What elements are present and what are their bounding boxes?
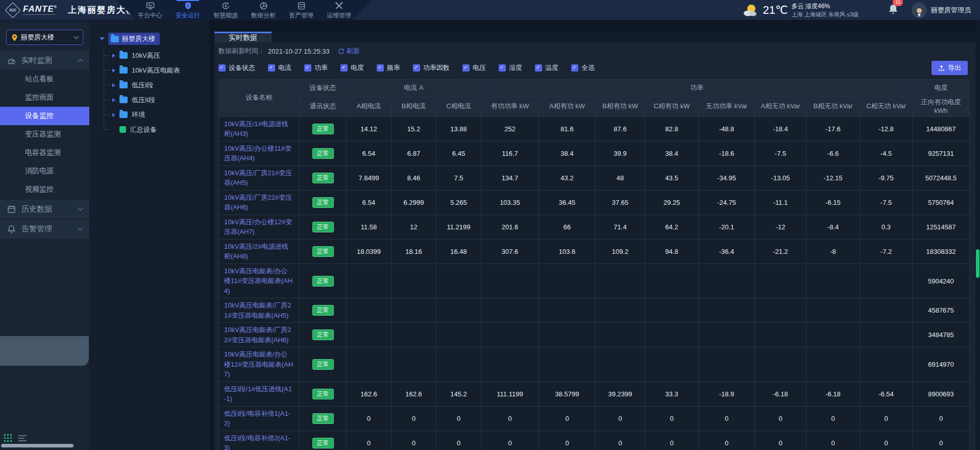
checkbox-checked-icon[interactable]: [304, 64, 311, 72]
export-button[interactable]: 导出: [932, 61, 968, 75]
device-link[interactable]: 10kV高压/厂房21#变压器(AH5): [224, 169, 292, 187]
checkbox-checked-icon[interactable]: [218, 64, 226, 72]
value-cell: -18.6: [699, 141, 755, 165]
export-icon: [938, 65, 945, 72]
sidebar-item-设备监控[interactable]: 设备监控: [0, 107, 89, 125]
value-cell: [755, 347, 806, 382]
tree-node-root[interactable]: 丽婴房大楼: [100, 33, 209, 45]
nav-item-安全运行[interactable]: 安全运行: [171, 0, 205, 20]
folder-icon: [119, 111, 128, 118]
value-cell: -48.8: [699, 116, 755, 141]
checkbox-checked-icon[interactable]: [413, 64, 420, 72]
vertical-scrollbar-thumb[interactable]: [976, 249, 979, 278]
filter-label: 功率: [314, 63, 328, 73]
caret-collapsed-icon[interactable]: [112, 98, 115, 102]
sidebar-section-实时监测[interactable]: 实时监测: [0, 51, 89, 70]
sidebar-item-变压器监测[interactable]: 变压器监测: [0, 125, 89, 144]
device-link[interactable]: 10kV高压电能表/厂房21#变压器电能表(AH5): [224, 301, 291, 319]
sidebar-item-监控画面[interactable]: 监控画面: [0, 88, 89, 107]
sidebar-item-站点看板[interactable]: 站点看板: [0, 70, 89, 88]
notifications-button[interactable]: 11: [888, 4, 898, 17]
filter-设备状态[interactable]: 设备状态: [218, 63, 255, 73]
status-cell: 正常: [300, 298, 347, 323]
nav-item-label: 资产管理: [289, 11, 313, 20]
nav-item-数据分析[interactable]: 数据分析: [247, 0, 280, 20]
list-toggle-icon[interactable]: [18, 435, 27, 441]
caret-expanded-icon[interactable]: [100, 37, 105, 40]
nav-item-资产管理[interactable]: 资产管理: [284, 0, 318, 20]
tab-realtime-data[interactable]: 实时数据: [214, 32, 272, 42]
value-cell: 43.2: [539, 165, 596, 190]
checkbox-checked-icon[interactable]: [462, 64, 470, 72]
caret-collapsed-icon[interactable]: [112, 54, 115, 58]
value-cell: [539, 347, 596, 382]
weather-condition: 多云: [792, 3, 804, 10]
filter-湿度[interactable]: 湿度: [499, 63, 522, 73]
group-header: 电流 A: [347, 80, 481, 97]
horizontal-scrollbar-thumb[interactable]: [1, 444, 74, 447]
tree-node-汇总设备[interactable]: 汇总设备: [102, 122, 209, 137]
refresh-button[interactable]: 刷新: [338, 46, 360, 56]
checkbox-checked-icon[interactable]: [535, 64, 542, 72]
table-row: 10kV高压电能表/厂房22#变压器电能表(AH6)正常3484785: [219, 323, 970, 347]
device-link[interactable]: 10kV高压电能表/厂房22#变压器电能表(AH6): [224, 326, 291, 344]
filter-温度[interactable]: 温度: [535, 63, 558, 73]
nav-item-智慧能源[interactable]: 智慧能源: [209, 0, 242, 20]
device-link[interactable]: 10kV高压/办公楼11#变压器(AH4): [224, 145, 291, 162]
tree-node-低压I段[interactable]: 低压I段: [102, 78, 209, 92]
device-link[interactable]: 10kV高压电能表/办公楼12#变压器电能表(AH7): [224, 350, 293, 378]
user-menu[interactable]: 丽婴房管理员: [912, 3, 971, 18]
checkbox-checked-icon[interactable]: [377, 64, 384, 72]
sidebar-item-消防电源[interactable]: 消防电源: [0, 162, 89, 180]
filter-功率因数[interactable]: 功率因数: [413, 63, 450, 73]
filter-电压[interactable]: 电压: [462, 63, 486, 73]
filter-电流[interactable]: 电流: [268, 63, 291, 73]
value-cell: [596, 298, 645, 323]
filter-全选[interactable]: 全选: [571, 63, 595, 73]
status-badge: 正常: [312, 124, 334, 134]
tree-node-10kV高压[interactable]: 10kV高压: [102, 48, 209, 63]
tree-node-10kV高压电能表[interactable]: 10kV高压电能表: [102, 63, 209, 78]
station-selector[interactable]: 丽婴房大楼: [6, 30, 83, 45]
device-link[interactable]: 10kV高压电能表/办公楼11#变压器电能表(AH4): [224, 267, 292, 295]
nav-item-平台中心[interactable]: 平台中心: [133, 0, 167, 20]
checkbox-checked-icon[interactable]: [499, 64, 506, 72]
tree-node-低压II段[interactable]: 低压II段: [102, 92, 209, 107]
sidebar-item-电容器监测[interactable]: 电容器监测: [0, 144, 89, 162]
tree-node-环境[interactable]: 环境: [102, 107, 209, 122]
value-cell: [806, 264, 860, 298]
filter-频率[interactable]: 频率: [377, 63, 400, 73]
device-link[interactable]: 10kV高压/1#电源进线柜(AH3): [224, 120, 288, 138]
value-cell: -6.18: [806, 382, 860, 406]
tree-root-label: 丽婴房大楼: [122, 34, 155, 43]
energy-icon: [222, 2, 230, 10]
value-cell: [347, 347, 391, 382]
device-link[interactable]: 低压I段/电容补偿2(A1-3): [224, 434, 290, 450]
value-cell: -6.15: [806, 190, 860, 215]
value-cell: 94.8: [645, 239, 699, 264]
filter-label: 湿度: [509, 63, 522, 73]
filter-功率[interactable]: 功率: [304, 63, 328, 73]
device-link[interactable]: 10kV高压/厂房22#变压器(AH6): [224, 194, 292, 211]
value-cell: 134.7: [481, 165, 539, 190]
device-link[interactable]: 低压I段/1#低压进线(A1-1): [224, 385, 292, 403]
device-link[interactable]: 10kV高压/2#电源进线柜(AH8): [224, 243, 288, 260]
checkbox-checked-icon[interactable]: [340, 64, 348, 72]
nav-item-运维管理[interactable]: 运维管理: [322, 0, 356, 20]
device-name-cell: 10kV高压/办公楼12#变压器(AH7): [219, 215, 300, 239]
checkbox-checked-icon[interactable]: [268, 64, 275, 72]
caret-collapsed-icon[interactable]: [112, 113, 115, 117]
folder-icon: [119, 67, 128, 74]
checkbox-checked-icon[interactable]: [571, 64, 578, 72]
sidebar-item-视频监控[interactable]: 视频监控: [0, 180, 89, 199]
sidebar-section-历史数据[interactable]: 历史数据: [0, 200, 89, 219]
grid-dots-icon[interactable]: [4, 434, 12, 442]
value-cell: 162.6: [347, 382, 391, 406]
device-link[interactable]: 10kV高压/办公楼12#变压器(AH7): [224, 218, 292, 236]
caret-collapsed-icon[interactable]: [112, 83, 115, 87]
filter-电度[interactable]: 电度: [340, 63, 364, 73]
value-cell: [699, 347, 755, 382]
caret-collapsed-icon[interactable]: [112, 68, 115, 73]
sidebar-section-告警管理[interactable]: 告警管理: [0, 220, 89, 239]
device-link[interactable]: 低压I段/电容补偿1(A1-2): [224, 410, 290, 428]
